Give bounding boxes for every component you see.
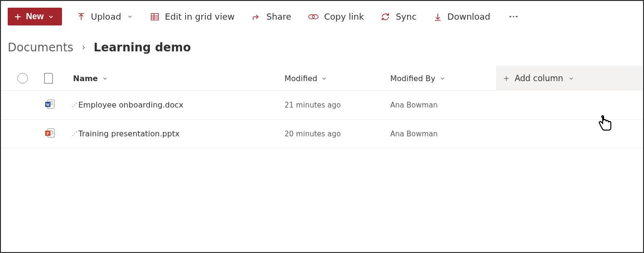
column-modified-by[interactable]: Modified By [390,74,496,83]
command-bar: New Upload Edit in grid view Share [1,1,643,34]
file-list: Name Modified Modified By Add column W⋰E… [1,66,643,148]
file-name-label: Employee onboarding.docx [78,100,184,109]
upload-button[interactable]: Upload [74,9,135,24]
column-name-label: Name [73,74,98,83]
powerpoint-file-icon: P [44,127,56,141]
svg-text:W: W [46,103,50,107]
select-all-checkbox[interactable] [17,73,28,84]
download-icon [433,12,443,22]
table-row[interactable]: P⋰Training presentation.pptx20 minutes a… [1,120,643,148]
copy-link-label: Copy link [324,12,364,22]
new-indicator-icon: ⋰ [72,131,76,137]
link-icon [308,12,319,22]
modified-by-cell: Ana Bowman [390,130,496,138]
modified-cell: 20 minutes ago [285,130,390,138]
column-name[interactable]: Name [73,74,285,83]
breadcrumb: Documents Learning demo [1,34,643,66]
more-actions-button[interactable] [505,13,522,21]
chevron-down-icon [321,75,327,82]
file-type-column-icon[interactable] [44,73,53,84]
download-label: Download [447,12,490,22]
file-name-cell[interactable]: ⋰Employee onboarding.docx [73,100,285,109]
modified-cell: 21 minutes ago [285,101,390,109]
file-name-cell[interactable]: ⋰Training presentation.pptx [73,129,285,138]
svg-rect-4 [151,13,159,20]
sync-button[interactable]: Sync [378,9,418,24]
table-row[interactable]: W⋰Employee onboarding.docx21 minutes ago… [1,91,643,120]
chevron-down-icon [102,75,108,82]
edit-grid-button[interactable]: Edit in grid view [148,9,236,24]
chevron-down-icon [439,75,446,82]
download-button[interactable]: Download [431,9,492,24]
grid-icon [149,12,160,22]
add-column-button[interactable]: Add column [496,66,642,91]
chevron-right-icon [80,43,87,53]
upload-label: Upload [91,12,121,22]
upload-icon [76,12,86,22]
copy-link-button[interactable]: Copy link [306,9,366,24]
chevron-down-icon [568,75,574,82]
new-button[interactable]: New [8,8,62,25]
new-indicator-icon: ⋰ [72,102,76,108]
share-label: Share [266,12,291,22]
plus-icon [13,12,22,21]
svg-text:P: P [47,132,49,136]
svg-point-9 [312,14,318,19]
word-file-icon: W [44,98,56,112]
plus-icon [503,75,510,82]
share-icon [251,12,261,22]
new-button-label: New [26,12,44,22]
breadcrumb-root[interactable]: Documents [8,41,74,54]
edit-grid-label: Edit in grid view [165,12,235,22]
column-modified-label: Modified [285,74,317,83]
chevron-down-icon [48,13,54,20]
file-list-header: Name Modified Modified By Add column [1,66,643,91]
breadcrumb-current: Learning demo [94,41,191,54]
chevron-down-icon [127,12,133,22]
column-modified-by-label: Modified By [390,74,435,83]
share-button[interactable]: Share [249,9,293,24]
modified-by-cell: Ana Bowman [390,101,496,109]
file-name-label: Training presentation.pptx [78,129,180,138]
sync-label: Sync [396,12,416,22]
column-modified[interactable]: Modified [285,74,390,83]
add-column-label: Add column [515,73,563,83]
sync-icon [380,12,391,22]
